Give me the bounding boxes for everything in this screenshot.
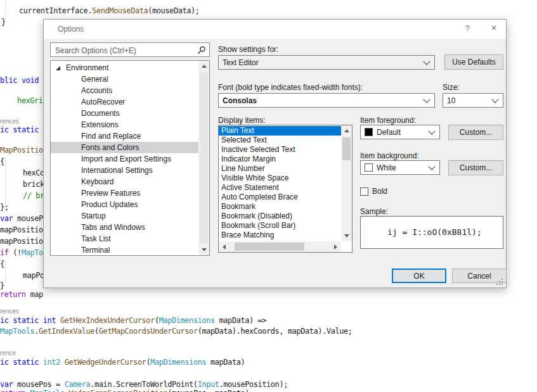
scroll-up-icon[interactable]: [198, 61, 209, 72]
tree-item-find-and-replace[interactable]: Find and Replace: [51, 130, 198, 142]
tree-item-label: Accounts: [51, 86, 112, 95]
show-settings-label: Show settings for:: [218, 45, 278, 54]
indent-guide: [5, 0, 6, 19]
tree-item-label: AutoRecover: [51, 98, 125, 106]
code-line: ic static: [0, 125, 39, 135]
search-icon[interactable]: [197, 46, 206, 54]
tree-scrollbar-thumb[interactable]: [200, 72, 208, 243]
display-items-label: Display items:: [218, 116, 266, 125]
tree-item-label: Startup: [51, 212, 106, 220]
tree-item-autorecover[interactable]: AutoRecover: [51, 96, 198, 108]
tree-item-label: General: [51, 75, 108, 84]
tree-item-label: Documents: [51, 109, 120, 118]
code-line: rences: [0, 117, 19, 126]
tree-item-environment[interactable]: ◢Environment: [51, 62, 198, 73]
tree-item-general[interactable]: General: [51, 73, 198, 85]
tree-item-fonts-and-colors[interactable]: Fonts and Colors: [51, 142, 198, 153]
chevron-down-icon: [491, 96, 498, 103]
list-hscrollbar[interactable]: [219, 241, 341, 252]
tree-item-label: International Settings: [51, 166, 153, 175]
background-swatch: [365, 163, 373, 172]
tree-item-product-updates[interactable]: Product Updates: [51, 199, 198, 210]
display-item-indicator-margin[interactable]: Indicator Margin: [219, 155, 341, 164]
tree-item-preview-features[interactable]: Preview Features: [51, 187, 198, 199]
scroll-left-icon[interactable]: [219, 241, 230, 252]
show-settings-value: Text Editor: [223, 58, 422, 67]
chevron-down-icon: [423, 96, 430, 103]
tree-item-startup[interactable]: Startup: [51, 210, 198, 222]
display-item-line-number[interactable]: Line Number: [219, 164, 341, 174]
bold-checkbox[interactable]: [360, 187, 368, 196]
tree-item-label: Task List: [51, 234, 111, 243]
code-line: MapTools.GetIndexValue(GetMapCoordsUnder…: [0, 327, 353, 336]
scroll-up-icon[interactable]: [341, 125, 352, 136]
help-icon[interactable]: ?: [459, 23, 476, 35]
tree-item-label: Tabs and Windows: [51, 223, 145, 232]
code-line: mapPositio: [0, 237, 43, 246]
display-item-selected-text[interactable]: Selected Text: [219, 136, 341, 145]
sample-text: ij = I::oO(0xB81l);: [387, 227, 482, 237]
close-icon[interactable]: ✕: [486, 23, 502, 35]
tree-item-documents[interactable]: Documents: [51, 108, 198, 119]
code-line: rences: [0, 307, 19, 316]
use-defaults-button[interactable]: Use Defaults: [444, 54, 503, 70]
tree-item-international-settings[interactable]: International Settings: [51, 165, 198, 176]
item-foreground-combobox[interactable]: Default: [360, 125, 440, 139]
display-item-brace-matching[interactable]: Brace Matching: [219, 231, 341, 240]
code-line: MapPositio: [0, 146, 43, 155]
display-item-bookmark-scroll-bar-[interactable]: Bookmark (Scroll Bar): [219, 221, 341, 231]
display-item-active-statement[interactable]: Active Statement: [219, 183, 341, 193]
tree-item-label: Keyboard: [51, 177, 113, 186]
tree-item-task-list[interactable]: Task List: [51, 233, 198, 244]
tree-item-tabs-and-windows[interactable]: Tabs and Windows: [51, 222, 198, 233]
list-vscrollbar-thumb[interactable]: [342, 137, 351, 160]
scroll-down-icon[interactable]: [341, 231, 352, 241]
tree-item-terminal[interactable]: Terminal: [51, 244, 198, 256]
display-item-plain-text[interactable]: Plain Text: [219, 126, 341, 136]
code-line: {: [0, 260, 4, 269]
list-vscrollbar[interactable]: [341, 125, 352, 241]
indent-guide: [5, 261, 6, 284]
tree-item-import-and-export-settings[interactable]: Import and Export Settings: [51, 153, 198, 165]
list-hscrollbar-thumb[interactable]: [235, 243, 304, 251]
code-line: return MapTools.WedgeFromScreenPosition(…: [0, 389, 254, 392]
tree-item-accounts[interactable]: Accounts: [51, 85, 198, 96]
background-value: White: [377, 163, 427, 172]
display-item-auto-completed-brace[interactable]: Auto Completed Brace: [219, 193, 341, 202]
background-custom-button[interactable]: Custom...: [448, 160, 503, 175]
scroll-right-icon[interactable]: [330, 241, 341, 252]
code-line: mapPositio: [0, 225, 43, 235]
foreground-custom-button[interactable]: Custom...: [448, 125, 503, 140]
scroll-down-icon[interactable]: [198, 244, 209, 255]
font-combobox[interactable]: Consolas: [218, 93, 435, 108]
tree-expander-icon[interactable]: ◢: [56, 62, 60, 73]
show-settings-combobox[interactable]: Text Editor: [218, 55, 435, 70]
size-value: 10: [447, 96, 490, 105]
tree-item-label: Import and Export Settings: [51, 155, 171, 163]
code-line: blic void: [0, 76, 39, 85]
dialog-titlebar[interactable]: Options ? ✕: [44, 20, 506, 39]
tree-item-keyboard[interactable]: Keyboard: [51, 176, 198, 187]
bold-check-row: Bold: [360, 187, 387, 196]
search-input[interactable]: [54, 44, 193, 57]
tree-item-extensions[interactable]: Extensions: [51, 119, 198, 130]
code-line: currentInterface.SendMouseData(mouseData…: [19, 6, 200, 16]
tree-scrollbar[interactable]: [198, 61, 209, 255]
display-item-visible-white-space[interactable]: Visible White Space: [219, 174, 341, 183]
size-combobox[interactable]: 10: [443, 93, 503, 108]
resize-grip[interactable]: [496, 279, 503, 286]
foreground-swatch: [365, 128, 373, 136]
search-box: [50, 42, 210, 57]
foreground-value: Default: [377, 128, 427, 137]
display-item-bookmark[interactable]: Bookmark: [219, 202, 341, 212]
ok-button[interactable]: OK: [392, 269, 446, 283]
display-item-inactive-selected-text[interactable]: Inactive Selected Text: [219, 145, 341, 155]
display-item-bookmark-disabled-[interactable]: Bookmark (Disabled): [219, 212, 341, 221]
item-background-combobox[interactable]: White: [360, 160, 440, 175]
size-label: Size:: [443, 83, 460, 92]
display-items-list: Plain TextSelected TextInactive Selected…: [218, 125, 353, 253]
item-background-label: Item background:: [360, 151, 419, 160]
chevron-down-icon: [428, 127, 435, 134]
options-dialog: Options ? ✕ ◢EnvironmentGeneralAccountsA…: [43, 19, 507, 288]
dialog-title: Options: [58, 25, 84, 34]
